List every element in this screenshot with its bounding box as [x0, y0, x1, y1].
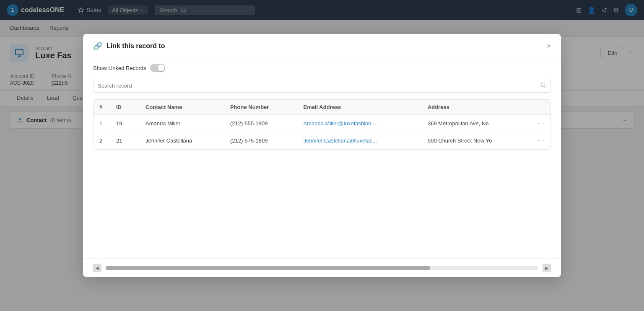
col-header-actions: [532, 100, 551, 115]
col-header-id: ID: [110, 100, 140, 115]
cell-contact-name: Amanda Miller: [140, 115, 224, 132]
cell-phone: (212)-575-1809: [224, 132, 298, 149]
cell-num: 1: [93, 115, 110, 132]
email-link[interactable]: Jennifer.Castellana@luxefas...: [304, 137, 377, 144]
row-more-button[interactable]: ···: [538, 119, 545, 127]
toggle-knob: [158, 65, 164, 71]
col-header-num: #: [93, 100, 110, 115]
table-row[interactable]: 2 21 Jennifer Castellana (212)-575-1809 …: [93, 132, 551, 149]
cell-id: 19: [110, 115, 140, 132]
search-box[interactable]: [93, 79, 551, 93]
table-header: # ID Contact Name Phone Number Email Add…: [93, 100, 551, 115]
cell-more[interactable]: ···: [532, 132, 551, 149]
modal-body: Show Linked Records # I: [83, 57, 561, 258]
modal-title: Link this record to: [106, 42, 165, 50]
show-linked-toggle[interactable]: [150, 64, 165, 72]
cell-phone: (212)-555-1909: [224, 115, 298, 132]
search-icon: [540, 82, 546, 89]
col-header-contact-name: Contact Name: [140, 100, 224, 115]
cell-more[interactable]: ···: [532, 115, 551, 132]
cell-address: 500 Church Street New Yo: [422, 132, 532, 149]
scroll-left-arrow[interactable]: ◀: [93, 264, 101, 272]
scroll-thumb: [106, 266, 430, 270]
modal-overlay: 🔗 Link this record to × Show Linked Reco…: [0, 0, 644, 311]
cell-email: Amanda.Miller@luxefashion....: [298, 115, 422, 132]
col-header-address: Address: [422, 100, 532, 115]
modal-title-row: 🔗 Link this record to: [93, 41, 165, 51]
table-body: 1 19 Amanda Miller (212)-555-1909 Amanda…: [93, 115, 551, 149]
modal-close-button[interactable]: ×: [546, 42, 551, 50]
cell-address: 369 Metropolitan Ave, Ne: [422, 115, 532, 132]
show-linked-label: Show Linked Records: [93, 65, 146, 71]
link-record-modal: 🔗 Link this record to × Show Linked Reco…: [83, 34, 561, 277]
search-record-input[interactable]: [98, 83, 537, 89]
col-header-email: Email Address: [298, 100, 422, 115]
svg-line-8: [545, 86, 546, 88]
row-more-button[interactable]: ···: [538, 137, 545, 144]
modal-header: 🔗 Link this record to ×: [83, 34, 561, 57]
table-scroll-area[interactable]: # ID Contact Name Phone Number Email Add…: [93, 100, 551, 149]
table-row[interactable]: 1 19 Amanda Miller (212)-555-1909 Amanda…: [93, 115, 551, 132]
cell-contact-name: Jennifer Castellana: [140, 132, 224, 149]
records-table: # ID Contact Name Phone Number Email Add…: [93, 100, 551, 149]
scroll-right-arrow[interactable]: ▶: [543, 264, 551, 272]
records-table-container: # ID Contact Name Phone Number Email Add…: [93, 99, 551, 150]
cell-email: Jennifer.Castellana@luxefas...: [298, 132, 422, 149]
svg-point-7: [541, 83, 545, 87]
email-link[interactable]: Amanda.Miller@luxefashion....: [304, 120, 378, 127]
scroll-track[interactable]: [106, 266, 538, 270]
link-icon: 🔗: [93, 41, 102, 51]
col-header-phone: Phone Number: [224, 100, 298, 115]
show-linked-row: Show Linked Records: [93, 64, 551, 72]
cell-id: 21: [110, 132, 140, 149]
cell-num: 2: [93, 132, 110, 149]
modal-footer: ◀ ▶: [83, 258, 561, 277]
table-header-row: # ID Contact Name Phone Number Email Add…: [93, 100, 551, 115]
